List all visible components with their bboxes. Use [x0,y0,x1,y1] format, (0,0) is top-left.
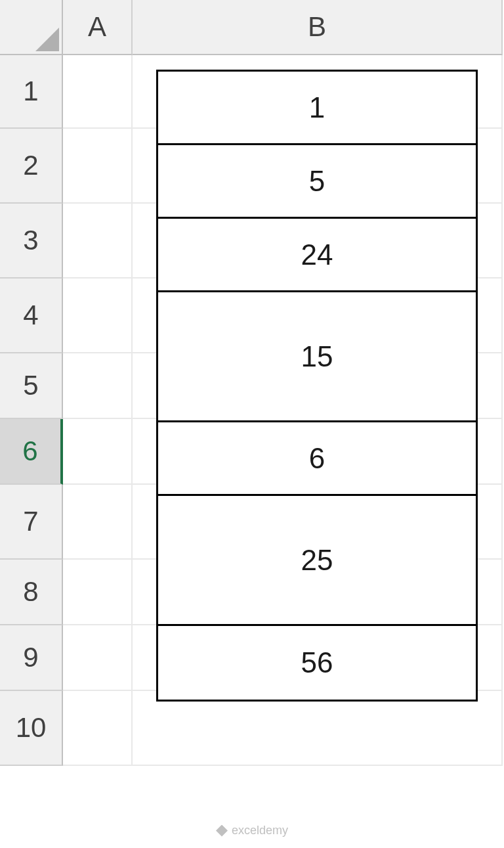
watermark-icon [216,825,228,837]
column-header-a[interactable]: A [63,0,133,55]
cell[interactable] [63,625,133,691]
cell[interactable] [63,55,133,129]
cell[interactable] [63,129,133,204]
data-cell[interactable]: 25 [158,496,476,626]
data-cell[interactable]: 1 [158,72,476,145]
row-header-3[interactable]: 3 [0,204,63,279]
column-header-b[interactable]: B [133,0,503,55]
row-header-8[interactable]: 8 [0,560,63,625]
row-header-10[interactable]: 10 [0,691,63,766]
row-header-7[interactable]: 7 [0,485,63,560]
grid-row [63,691,503,766]
cell[interactable] [63,485,133,560]
cell[interactable] [63,560,133,625]
cell[interactable] [63,353,133,419]
cells-area: 15241562556 [63,55,503,766]
corner-triangle-icon [35,28,59,51]
cell[interactable] [63,419,133,485]
data-table: 15241562556 [156,70,478,702]
row-header-9[interactable]: 9 [0,625,63,691]
column-headers: A B [63,0,503,55]
row-header-1[interactable]: 1 [0,55,63,129]
row-header-2[interactable]: 2 [0,129,63,204]
data-cell[interactable]: 15 [158,292,476,422]
watermark: exceldemy [216,824,288,837]
data-cell[interactable]: 56 [158,626,476,700]
row-headers: 12345678910 [0,55,63,766]
cell[interactable] [63,691,133,766]
cell[interactable] [63,279,133,353]
row-header-6[interactable]: 6 [0,419,63,485]
data-cell[interactable]: 6 [158,422,476,496]
data-cell[interactable]: 24 [158,219,476,292]
select-all-corner[interactable] [0,0,63,55]
data-cell[interactable]: 5 [158,145,476,219]
watermark-text: exceldemy [232,824,288,837]
cell[interactable] [133,691,503,766]
row-header-4[interactable]: 4 [0,279,63,353]
cell[interactable] [63,204,133,279]
row-header-5[interactable]: 5 [0,353,63,419]
